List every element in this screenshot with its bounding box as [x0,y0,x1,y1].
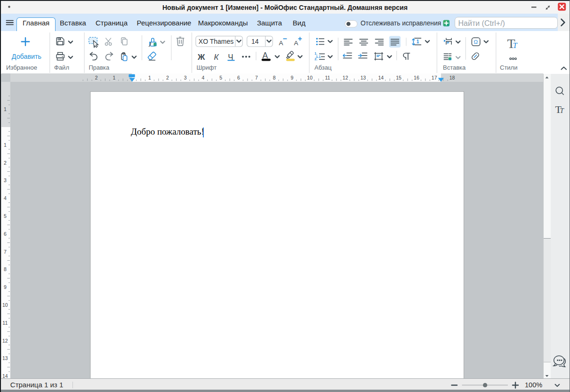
svg-text:11: 11 [2,320,8,326]
svg-text:XO Thames: XO Thames [199,38,233,45]
svg-text:5: 5 [4,213,7,219]
svg-text:Ж: Ж [197,53,205,62]
svg-text:1: 1 [417,39,419,44]
svg-text:4: 4 [4,196,7,201]
svg-text:2: 2 [166,75,169,80]
svg-text:Шрифт: Шрифт [196,64,217,71]
svg-text:12: 12 [343,75,348,80]
svg-text:15: 15 [396,75,401,80]
svg-text:К: К [214,53,219,62]
svg-text:1: 1 [112,75,115,80]
svg-text:17: 17 [432,75,437,80]
svg-text:Файл: Файл [54,64,69,71]
svg-text:13: 13 [361,75,366,80]
svg-text:1: 1 [148,75,151,80]
svg-text:8: 8 [4,267,7,272]
svg-text:Вставка: Вставка [443,64,466,71]
svg-text:3: 3 [184,75,187,80]
svg-text:13: 13 [2,356,8,361]
svg-text:16: 16 [414,75,419,80]
svg-text:T: T [560,107,564,114]
svg-text:3: 3 [4,178,7,184]
svg-text:А: А [294,40,298,47]
svg-text:12: 12 [2,338,8,344]
svg-text:7: 7 [4,249,7,255]
svg-text:100%: 100% [525,381,542,389]
svg-text:6: 6 [4,231,7,237]
svg-text:10: 10 [2,302,8,308]
svg-text:А: А [263,51,268,60]
svg-text:2.: 2. [314,57,317,61]
svg-text:Избранное: Избранное [6,64,37,71]
svg-text:T: T [513,41,518,49]
svg-text:2: 2 [95,75,98,80]
svg-text:6: 6 [237,75,240,80]
svg-text:4: 4 [201,75,204,80]
svg-text:5: 5 [219,75,222,80]
svg-text:7: 7 [255,75,258,80]
svg-text:1: 1 [4,107,7,112]
svg-text:14: 14 [251,38,259,45]
svg-text:Ω: Ω [474,39,478,45]
svg-text:9: 9 [290,75,293,80]
svg-text:11: 11 [325,75,330,80]
svg-text:Стили: Стили [500,64,517,71]
svg-text:Добавить: Добавить [12,53,41,60]
svg-text:Правка: Правка [88,64,110,71]
svg-text:9: 9 [4,285,7,290]
svg-text:А: А [279,40,283,47]
svg-text:2: 2 [4,160,7,166]
svg-text:Абзац: Абзац [314,64,332,71]
svg-text:1: 1 [4,142,7,148]
svg-text:18: 18 [450,75,455,80]
svg-text:14: 14 [378,75,384,80]
svg-text:10: 10 [307,75,313,80]
svg-text:8: 8 [273,75,276,80]
